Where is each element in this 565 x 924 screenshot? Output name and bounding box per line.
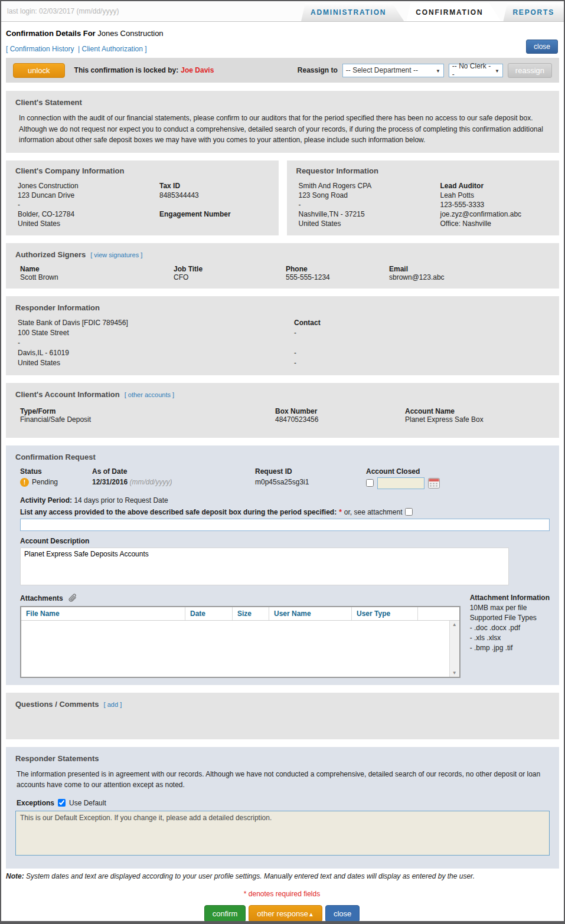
account-value-row: Financial/Safe Deposit 48470523456 Plane… — [15, 415, 550, 424]
column-header-user-type[interactable]: User Type — [352, 607, 418, 620]
address-line: Bolder, CO-12784 — [18, 209, 159, 219]
address-line: 123 Song Road — [299, 191, 440, 200]
page-title-prefix: Confirmation Details For — [6, 29, 96, 38]
tab-administration[interactable]: ADMINISTRATION — [301, 3, 404, 21]
box-number-label: Box Number — [275, 407, 405, 415]
address-line: 100 State Street — [18, 328, 294, 338]
locked-by-name: Joe Davis — [181, 66, 214, 74]
address-line: State Bank of Davis [FDIC 789456] — [18, 318, 294, 328]
signer-phone: 555-555-1234 — [286, 273, 389, 281]
chevron-down-icon — [491, 66, 499, 74]
required-asterisk: * — [339, 508, 342, 516]
address-line: United States — [18, 219, 159, 228]
account-name-value: Planet Express Safe Box — [405, 415, 550, 424]
chevron-down-icon — [432, 66, 440, 74]
bracket-open: [ — [6, 45, 8, 53]
use-default-label: Use Default — [69, 799, 106, 807]
column-header: Phone — [286, 265, 389, 273]
bracket-open: [ — [104, 701, 106, 708]
bracket-close: ] — [120, 701, 122, 708]
exception-textarea[interactable]: This is our Default Exception. If you ch… — [15, 811, 550, 856]
table-scrollbar[interactable] — [449, 621, 459, 677]
other-accounts-link[interactable]: other accounts — [128, 391, 171, 398]
contact-label: Contact — [294, 318, 550, 328]
scroll-up-icon[interactable] — [450, 622, 459, 627]
requestor-address: Smith And Rogers CPA 123 Song Road - Nas… — [299, 181, 440, 228]
title-links: [ Confirmation History | Client Authoriz… — [6, 45, 558, 53]
box-number-value: 48470523456 — [275, 415, 405, 424]
bracket-close: ] — [141, 251, 142, 258]
client-authorization-link[interactable]: Client Authorization — [82, 45, 143, 53]
date-format-hint: (mm/dd/yyyy) — [129, 478, 172, 486]
address-line: United States — [299, 219, 440, 228]
column-header-user-name[interactable]: User Name — [269, 607, 352, 620]
other-response-label: other response — [257, 909, 308, 918]
request-id-label: Request ID — [255, 467, 366, 476]
page-title-company: Jones Construction — [97, 29, 163, 38]
as-of-date-label: As of Date — [92, 467, 255, 476]
activity-period-value: 14 days prior to Request Date — [74, 496, 168, 504]
address-line: 123 Duncan Drive — [18, 191, 159, 200]
add-question-link[interactable]: add — [107, 701, 118, 708]
request-id-value: m0p45sa25sg3i1 — [255, 478, 366, 486]
lead-auditor-label: Lead Auditor — [440, 181, 522, 191]
department-select[interactable]: -- Select Department -- — [342, 64, 444, 77]
authorized-signers-heading: Authorized Signers — [15, 250, 86, 259]
confirmation-request-section: Confirmation Request Status Pending As o… — [6, 445, 559, 685]
close-button-top[interactable]: close — [526, 40, 558, 54]
address-line: - — [18, 338, 294, 348]
signer-row: Scott Brown CFO 555-555-1234 sbrown@123.… — [15, 273, 550, 281]
activity-period-label: Activity Period: — [20, 496, 72, 504]
questions-comments-heading: Questions / Comments — [15, 700, 99, 709]
account-closed-checkbox[interactable] — [366, 479, 374, 487]
see-attachment-checkbox[interactable] — [405, 508, 413, 516]
view-signatures-link[interactable]: view signatures — [94, 251, 139, 258]
action-buttons: confirm other response▲ close — [6, 905, 558, 922]
column-header-date[interactable]: Date — [185, 607, 233, 620]
page-footer: Note: System dates and text are displaye… — [1, 869, 564, 922]
client-statement-section: Client's Statement In connection with th… — [6, 91, 559, 153]
address-line: Jones Construction — [18, 181, 159, 191]
other-accounts-wrap: [ other accounts ] — [125, 391, 174, 398]
attachments-label: Attachments — [20, 594, 63, 602]
responder-info-section: Responder Information State Bank of Davi… — [6, 296, 559, 375]
client-statement-heading: Client's Statement — [15, 98, 550, 107]
type-form-value: Financial/Safe Deposit — [20, 415, 275, 424]
note-label: Note: — [6, 872, 24, 880]
clerk-select[interactable]: -- No Clerk -- — [449, 64, 503, 77]
calendar-icon[interactable] — [428, 478, 440, 489]
department-select-value: -- Select Department -- — [346, 66, 418, 74]
address-line: - — [299, 200, 440, 209]
confirmation-details-page: last login: 02/03/2017 (mm/dd/yyyy) ADMI… — [0, 0, 565, 924]
attachment-info-line: - .doc .docx .pdf — [470, 623, 550, 633]
contact-line: - — [294, 348, 550, 358]
attachment-info-heading: Attachment Information — [470, 594, 550, 602]
scroll-down-icon[interactable] — [450, 670, 459, 676]
account-description-textarea[interactable]: Planet Express Safe Deposits Accounts — [20, 548, 509, 585]
link-divider: | — [78, 45, 80, 53]
column-header-file-name[interactable]: File Name — [21, 607, 185, 620]
account-header-row: Type/Form Box Number Account Name — [15, 407, 550, 415]
column-header-size[interactable]: Size — [233, 607, 269, 620]
paperclip-icon[interactable] — [68, 594, 77, 603]
access-list-input[interactable] — [20, 519, 550, 531]
close-button-bottom[interactable]: close — [325, 905, 360, 922]
address-line: Nashville,TN - 37215 — [299, 209, 440, 219]
account-closed-date-input[interactable] — [377, 477, 424, 489]
triangle-up-icon: ▲ — [308, 911, 314, 918]
exceptions-label: Exceptions — [17, 799, 54, 807]
confirm-button[interactable]: confirm — [204, 905, 246, 922]
confirmation-history-link[interactable]: Confirmation History — [10, 45, 74, 53]
reassign-button[interactable]: reassign — [508, 63, 552, 78]
unlock-button[interactable]: unlock — [13, 63, 65, 78]
contact-line: - — [294, 358, 550, 368]
use-default-checkbox[interactable] — [58, 799, 66, 807]
tab-confirmation[interactable]: CONFIRMATION — [406, 3, 501, 21]
tab-reports[interactable]: REPORTS — [503, 3, 564, 21]
attachments-area: Attachments File Name Date Size User Nam… — [15, 594, 550, 678]
lead-auditor-line: Office: Nashville — [440, 219, 522, 228]
signers-header-row: Name Job Title Phone Email — [15, 265, 550, 273]
attachments-table-header: File Name Date Size User Name User Type — [21, 607, 459, 621]
pending-status-icon — [20, 478, 29, 487]
other-response-button[interactable]: other response▲ — [249, 905, 322, 922]
